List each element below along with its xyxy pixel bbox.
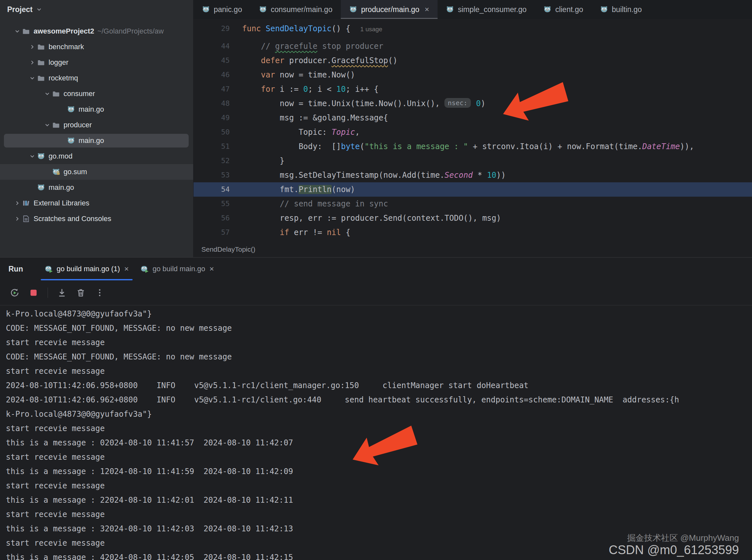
code-line-51[interactable]: 51 Body: []byte("this is a message : " +… [194,139,752,154]
code-token [242,56,261,65]
go-file-icon [202,5,210,13]
close-icon[interactable]: × [425,5,429,14]
tree-item-go.mod[interactable]: go.mod [0,148,193,164]
project-panel-header[interactable]: Project [0,0,193,19]
code-token: func [242,24,266,33]
code-line-29[interactable]: 29func SendDelayTopic() { 1 usage [194,21,752,36]
code-token: 0 [476,99,481,108]
console-line: k-Pro.local@4873@0@gyufaofv3a"} [6,307,752,321]
line-number[interactable]: 56 [194,211,242,225]
run-tab-go-build-main.go[interactable]: go build main.go× [135,258,219,280]
code-line-48[interactable]: 48 now = time.Unix(time.Now().Unix(), ns… [194,96,752,111]
tree-item-external-libraries[interactable]: External Libraries [0,195,193,211]
tree-item-label: Scratches and Consoles [34,215,111,223]
code-line-57[interactable]: 57 if err != nil { [194,225,752,240]
editor-tab-consumer-main.go[interactable]: consumer/main.go [251,0,341,19]
line-number[interactable]: 47 [194,82,242,96]
line-number[interactable]: 45 [194,54,242,68]
console-line: k-Pro.local@4873@0@gyufaofv3a"} [6,407,752,421]
code-text: Body: []byte("this is a message : " + st… [242,139,694,154]
code-token: resp, err := producer.Send(context.TODO(… [242,214,501,223]
tab-label: producer/main.go [361,5,419,14]
code-token: { [341,228,350,237]
code-line-56[interactable]: 56 resp, err := producer.Send(context.TO… [194,211,752,225]
code-line-55[interactable]: 55 // send message in sync [194,197,752,211]
code-line-54[interactable]: 54 fmt.Println(now) [194,182,752,197]
tree-item-main.go[interactable]: main.go [0,133,193,148]
code-line-50[interactable]: 50 Topic: Topic, [194,125,752,139]
tree-item-label: producer [63,121,92,129]
code-line-49[interactable]: 49 msg := &golang.Message{ [194,111,752,125]
tree-item-main.go[interactable]: main.go [0,102,193,117]
chevron-right-icon[interactable] [13,216,22,222]
delete-icon[interactable] [76,288,86,298]
line-number[interactable]: 49 [194,111,242,125]
chevron-down-icon[interactable] [13,28,22,35]
editor-tab-builtin.go[interactable]: builtin.go [592,0,650,19]
line-number[interactable]: 57 [194,225,242,240]
chevron-right-icon[interactable] [13,200,22,206]
code-token: gracefule [275,42,317,51]
chevron-right-icon[interactable] [27,59,37,66]
more-icon[interactable] [95,288,104,298]
tree-item-logger[interactable]: logger [0,55,193,70]
chevron-down-icon[interactable] [27,75,37,81]
code-line-52[interactable]: 52 } [194,154,752,168]
go-file-icon [446,5,454,13]
console-line: start recevie message [6,335,752,350]
editor-tab-producer-main.go[interactable]: producer/main.go× [341,0,438,19]
line-number[interactable]: 54 [194,182,242,197]
code-editor[interactable]: 29func SendDelayTopic() { 1 usage44 // g… [194,19,752,242]
code-token: msg := &golang.Message{ [242,113,388,122]
tree-item-label: External Libraries [34,199,89,207]
libraries-icon [22,199,31,207]
code-token: GracefulStop [332,56,388,65]
code-line-46[interactable]: 46 var now = time.Now() [194,68,752,82]
close-icon[interactable]: × [210,264,214,274]
code-text: fmt.Println(now) [242,182,355,197]
line-number[interactable]: 51 [194,139,242,154]
code-token: )), [680,142,694,151]
code-text: defer producer.GracefulStop() [242,54,398,68]
code-line-44[interactable]: 44 // gracefule stop producer [194,39,752,54]
tree-item-consumer[interactable]: consumer [0,86,193,102]
chevron-down-icon[interactable] [42,122,52,128]
tree-item-awesomeproject2[interactable]: awesomeProject2~/GolandProjects/aw [0,23,193,39]
line-number[interactable]: 44 [194,39,242,54]
tree-item-go.sum[interactable]: go.sum [0,164,193,180]
tree-item-benchmark[interactable]: benchmark [0,39,193,55]
code-line-53[interactable]: 53 msg.SetDelayTimestamp(now.Add(time.Se… [194,168,752,182]
line-number[interactable]: 53 [194,168,242,182]
rerun-icon[interactable] [10,288,20,298]
tree-item-rocketmq[interactable]: rocketmq [0,70,193,86]
breadcrumb[interactable]: SendDelayTopic() [201,245,255,253]
editor-tab-client.go[interactable]: client.go [535,0,592,19]
stop-icon[interactable] [29,288,38,298]
code-token: )) [496,171,506,180]
line-number[interactable]: 55 [194,197,242,211]
code-line-47[interactable]: 47 for i := 0; i < 10; i++ { [194,82,752,96]
tab-label: panic.go [214,5,242,14]
tree-item-producer[interactable]: producer [0,117,193,133]
chevron-down-icon[interactable] [42,91,52,97]
line-number[interactable]: 29 [194,21,242,36]
code-token [242,85,261,94]
line-number[interactable]: 48 [194,96,242,111]
line-number[interactable]: 52 [194,154,242,168]
editor-tab-simple-consumer.go[interactable]: simple_consumer.go [438,0,535,19]
go-run-icon [45,265,53,273]
editor-tab-panic.go[interactable]: panic.go [194,0,251,19]
code-token: "this is a message : " [365,142,468,151]
chevron-down-icon[interactable] [27,153,37,160]
tree-item-scratches-and-consoles[interactable]: Scratches and Consoles [0,211,193,226]
close-icon[interactable]: × [124,264,129,274]
line-number[interactable]: 50 [194,125,242,139]
line-number[interactable]: 46 [194,68,242,82]
code-text: func SendDelayTopic() { 1 usage [242,21,382,36]
scroll-to-end-icon[interactable] [57,288,67,298]
project-panel: Project awesomeProject2~/GolandProjects/… [0,0,194,257]
code-line-45[interactable]: 45 defer producer.GracefulStop() [194,54,752,68]
run-tab-go-build-main.go-1-[interactable]: go build main.go (1)× [39,258,135,280]
chevron-right-icon[interactable] [27,44,37,50]
tree-item-main.go[interactable]: main.go [0,180,193,195]
